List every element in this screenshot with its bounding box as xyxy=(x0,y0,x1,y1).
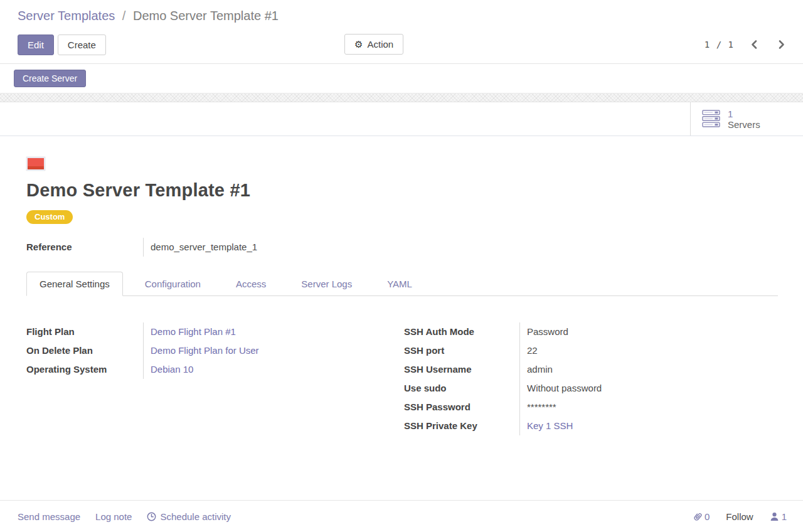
use-sudo-label: Use sudo xyxy=(404,379,519,398)
on-delete-plan-value-link[interactable]: Demo Flight Plan for User xyxy=(151,341,259,360)
ssh-username-value: admin xyxy=(527,360,602,379)
follow-button[interactable]: Follow xyxy=(726,511,753,522)
breadcrumb: Server Templates / Demo Server Template … xyxy=(18,8,788,24)
ssh-port-value: 22 xyxy=(527,341,602,360)
notebook-tabs: General Settings Configuration Access Se… xyxy=(26,272,778,296)
ssh-private-key-label: SSH Private Key xyxy=(404,417,519,435)
reference-field-row: Reference demo_server_template_1 xyxy=(26,238,778,257)
record-image[interactable] xyxy=(26,157,45,171)
tab-server-logs[interactable]: Server Logs xyxy=(288,272,365,296)
followers-count: 1 xyxy=(782,511,787,522)
breadcrumb-separator: / xyxy=(122,9,126,23)
page-background-strip xyxy=(0,93,803,102)
form-sheet: Demo Server Template #1 Custom Reference… xyxy=(0,136,803,500)
chatter-right-tools: 0 Follow 1 xyxy=(693,511,787,522)
edit-button[interactable]: Edit xyxy=(18,35,54,55)
servers-label: Servers xyxy=(728,119,760,130)
pager-next-button[interactable] xyxy=(775,37,788,52)
chevron-left-icon xyxy=(750,40,758,50)
on-delete-plan-label: On Delete Plan xyxy=(26,341,143,360)
tab-general-settings[interactable]: General Settings xyxy=(26,272,123,296)
ssh-auth-mode-label: SSH Auth Mode xyxy=(404,322,519,341)
log-note-button[interactable]: Log note xyxy=(95,511,132,522)
use-sudo-value: Without password xyxy=(527,379,602,398)
ssh-password-value: ******** xyxy=(527,398,602,417)
plans-field-group: Flight Plan On Delete Plan Operating Sys… xyxy=(26,322,404,379)
statusbar: Create Server xyxy=(0,64,803,93)
reference-value: demo_server_template_1 xyxy=(151,238,257,257)
custom-badge: Custom xyxy=(26,210,73,224)
schedule-activity-button[interactable]: Schedule activity xyxy=(147,511,231,522)
clock-icon xyxy=(147,512,156,521)
servers-stat-text: 1 Servers xyxy=(728,109,760,130)
person-icon xyxy=(770,512,779,521)
schedule-activity-label: Schedule activity xyxy=(160,511,231,522)
operating-system-value-link[interactable]: Debian 10 xyxy=(151,360,259,379)
breadcrumb-current: Demo Server Template #1 xyxy=(133,9,279,23)
record-image-fill xyxy=(28,158,44,169)
tab-access[interactable]: Access xyxy=(223,272,279,296)
gear-icon: ⚙ xyxy=(354,40,363,49)
breadcrumb-parent-link[interactable]: Server Templates xyxy=(18,9,115,23)
ssh-private-key-value-link[interactable]: Key 1 SSH xyxy=(527,417,602,435)
server-stack-icon xyxy=(702,110,721,128)
ssh-password-label: SSH Password xyxy=(404,398,519,417)
ssh-username-label: SSH Username xyxy=(404,360,519,379)
paperclip-icon xyxy=(691,509,704,523)
pager-previous-button[interactable] xyxy=(748,37,761,52)
chevron-right-icon xyxy=(777,40,785,50)
chatter-bar: Send message Log note Schedule activity … xyxy=(0,500,803,532)
send-message-button[interactable]: Send message xyxy=(18,511,80,522)
ssh-field-group: SSH Auth Mode SSH port SSH Username Use … xyxy=(404,322,778,435)
control-panel: Server Templates / Demo Server Template … xyxy=(0,0,803,64)
pager: 1 / 1 xyxy=(705,37,788,52)
tab-yaml[interactable]: YAML xyxy=(374,272,425,296)
followers-button[interactable]: 1 xyxy=(770,511,787,522)
tab-configuration[interactable]: Configuration xyxy=(132,272,214,296)
flight-plan-label: Flight Plan xyxy=(26,322,143,341)
tab-pane-general-settings: Flight Plan On Delete Plan Operating Sys… xyxy=(26,322,778,435)
create-server-button[interactable]: Create Server xyxy=(14,70,86,87)
action-button[interactable]: ⚙ Action xyxy=(344,34,403,55)
flight-plan-value-link[interactable]: Demo Flight Plan #1 xyxy=(151,322,259,341)
control-panel-buttons: Edit Create ⚙ Action 1 / 1 xyxy=(18,34,788,55)
action-button-label: Action xyxy=(367,39,393,50)
button-box: 1 Servers xyxy=(0,102,803,136)
ssh-auth-mode-value: Password xyxy=(527,322,602,341)
create-button[interactable]: Create xyxy=(58,35,106,55)
operating-system-label: Operating System xyxy=(26,360,143,379)
servers-count: 1 xyxy=(728,109,760,119)
attachments-button[interactable]: 0 xyxy=(693,511,710,522)
reference-label: Reference xyxy=(26,238,143,257)
page-title: Demo Server Template #1 xyxy=(26,180,778,201)
servers-stat-button[interactable]: 1 Servers xyxy=(690,102,803,136)
attachments-count: 0 xyxy=(705,511,710,522)
pager-count: 1 / 1 xyxy=(705,40,734,50)
ssh-port-label: SSH port xyxy=(404,341,519,360)
